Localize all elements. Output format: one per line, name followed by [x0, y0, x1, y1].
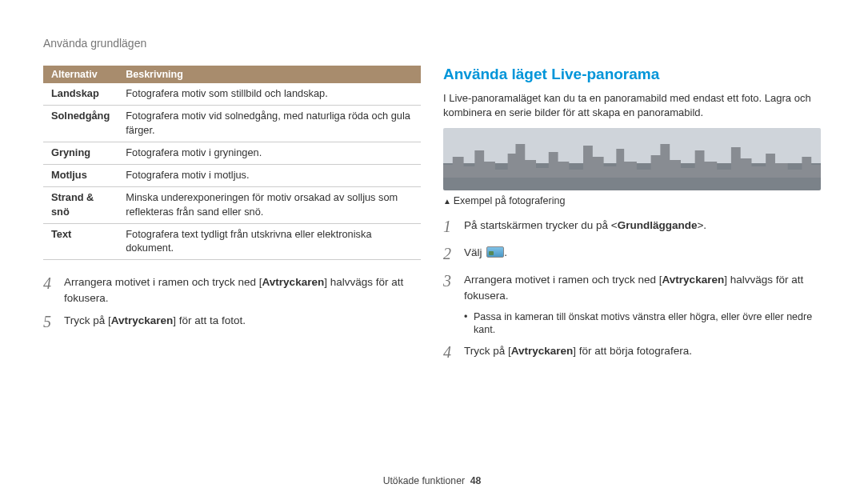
step-number: 2	[443, 242, 464, 266]
table-row: GryningFotografera motiv i gryningen.	[43, 142, 421, 164]
section-title: Använda läget Live-panorama	[443, 66, 821, 83]
table-row: TextFotografera text tydligt från utskri…	[43, 223, 421, 260]
table-row: SolnedgångFotografera motiv vid solnedgå…	[43, 106, 421, 142]
step-text: Arrangera motivet i ramen och tryck ned …	[464, 272, 821, 303]
panorama-mode-icon	[486, 246, 504, 258]
step-5: 5 Tryck på [Avtryckaren] för att ta foto…	[43, 313, 421, 334]
cell-opt: Solnedgång	[43, 106, 118, 142]
table-row: MotljusFotografera motiv i motljus.	[43, 165, 421, 187]
page-footer: Utökade funktioner 48	[0, 475, 864, 486]
cell-desc: Fotografera motiv i motljus.	[118, 165, 421, 187]
left-column: Alternativ Beskrivning LandskapFotografe…	[43, 66, 421, 370]
step-text: Välj .	[464, 245, 821, 266]
step-number: 4	[43, 272, 64, 306]
step-number: 3	[443, 270, 464, 303]
table-row: LandskapFotografera motiv som stillbild …	[43, 83, 421, 106]
step-1: 1 På startskärmen trycker du på <Grundlä…	[443, 218, 821, 238]
cell-desc: Fotografera motiv vid solnedgång, med na…	[118, 106, 421, 142]
cell-opt: Strand & snö	[43, 187, 118, 224]
step-4: 4 Arrangera motivet i ramen och tryck ne…	[43, 274, 421, 306]
step-text: På startskärmen trycker du på <Grundlägg…	[464, 218, 821, 238]
step-number: 1	[443, 215, 464, 238]
breadcrumb: Använda grundlägen	[43, 37, 821, 50]
cell-desc: Fotografera text tydligt från utskrivna …	[118, 223, 421, 260]
right-column: Använda läget Live-panorama I Live-panor…	[443, 66, 821, 370]
panorama-illustration	[443, 128, 821, 190]
footer-page-number: 48	[470, 475, 482, 486]
step-3: 3 Arrangera motivet i ramen och tryck ne…	[443, 272, 821, 303]
cell-opt: Gryning	[43, 142, 118, 164]
cell-desc: Minska underexponeringen för motiv orsak…	[118, 187, 421, 224]
panorama-caption: Exempel på fotografering	[443, 195, 821, 206]
step-text: Arrangera motivet i ramen och tryck ned …	[64, 274, 421, 306]
step-text: Tryck på [Avtryckaren] för att ta fotot.	[64, 313, 421, 334]
cell-desc: Fotografera motiv som stillbild och land…	[118, 83, 421, 106]
step-3-note: Passa in kameran till önskat motivs väns…	[464, 310, 821, 338]
page: Använda grundlägen Alternativ Beskrivnin…	[0, 0, 864, 370]
th-beskrivning: Beskrivning	[118, 66, 421, 83]
cell-opt: Motljus	[43, 165, 118, 187]
th-alternativ: Alternativ	[43, 66, 118, 83]
step-4: 4 Tryck på [Avtryckaren] för att börja f…	[443, 343, 821, 364]
step-note-item: Passa in kameran till önskat motivs väns…	[464, 310, 821, 338]
step-text: Tryck på [Avtryckaren] för att börja fot…	[464, 343, 821, 364]
step-number: 4	[443, 341, 464, 364]
cell-opt: Text	[43, 223, 118, 260]
step-2: 2 Välj .	[443, 245, 821, 266]
table-row: Strand & snöMinska underexponeringen för…	[43, 187, 421, 224]
skyline-icon	[443, 138, 821, 178]
step-number: 5	[43, 310, 64, 334]
options-table: Alternativ Beskrivning LandskapFotografe…	[43, 66, 421, 260]
cell-desc: Fotografera motiv i gryningen.	[118, 142, 421, 164]
left-steps: 4 Arrangera motivet i ramen och tryck ne…	[43, 274, 421, 333]
right-steps: 1 På startskärmen trycker du på <Grundlä…	[443, 218, 821, 364]
two-column-layout: Alternativ Beskrivning LandskapFotografe…	[43, 66, 821, 370]
cell-opt: Landskap	[43, 83, 118, 106]
intro-text: I Live-panoramaläget kan du ta en panora…	[443, 91, 821, 120]
footer-section: Utökade funktioner	[383, 475, 465, 486]
